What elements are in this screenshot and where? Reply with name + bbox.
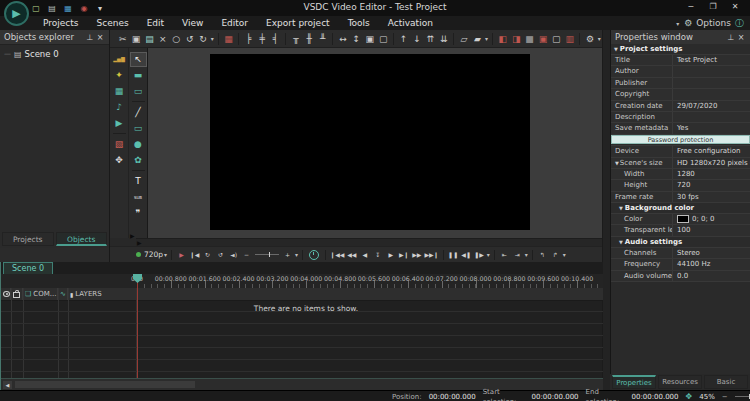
dropdown-caret-icon[interactable]: ▾: [211, 35, 214, 42]
menu-item-tools[interactable]: Tools: [339, 16, 379, 30]
property-row-frequency[interactable]: Frequency44100 Hz: [611, 259, 750, 270]
volume-icon[interactable]: ◄): [227, 248, 240, 262]
move-down-icon[interactable]: ↓: [410, 31, 423, 47]
pause-icon[interactable]: ❚❚: [447, 248, 460, 262]
fit-height-icon[interactable]: ↕: [350, 31, 363, 47]
property-value[interactable]: [673, 66, 750, 76]
step-back-icon[interactable]: ◀❚: [460, 248, 473, 262]
property-value[interactable]: 29/07/2020: [673, 101, 750, 111]
property-row-copyright[interactable]: Copyright: [611, 89, 750, 100]
set-cursor-icon[interactable]: ↧: [371, 248, 384, 262]
cut-out-icon[interactable]: ◨: [509, 31, 522, 47]
dropdown-caret-icon[interactable]: ▾: [487, 251, 490, 258]
property-row-creation-date[interactable]: Creation date29/07/2020: [611, 101, 750, 112]
tab-objects-explorer[interactable]: Objects explorer: [56, 232, 108, 246]
menu-item-activation[interactable]: Activation: [379, 16, 442, 30]
undo-icon[interactable]: ↺: [183, 31, 196, 47]
property-value[interactable]: [673, 89, 750, 99]
color-swatch[interactable]: [677, 215, 689, 223]
pin-icon[interactable]: ⊥: [726, 33, 736, 42]
volume-slider-thumb[interactable]: [269, 252, 270, 257]
options-label[interactable]: Options: [696, 18, 731, 28]
password-protection-button[interactable]: Password protection: [611, 135, 750, 144]
lock-column[interactable]: [11, 288, 23, 300]
property-row-device[interactable]: DeviceFree configuration: [611, 146, 750, 157]
info-icon[interactable]: ⓘ: [735, 17, 744, 30]
add-sprite-icon[interactable]: ▬: [131, 69, 146, 82]
property-row-publisher[interactable]: Publisher: [611, 78, 750, 89]
clock-icon[interactable]: [309, 250, 319, 260]
edit-beats-icon[interactable]: ▥: [563, 31, 576, 47]
align-left-icon[interactable]: ╞: [242, 31, 255, 47]
volume-slider[interactable]: [255, 254, 279, 255]
preview-quality[interactable]: 720p: [144, 250, 163, 259]
property-value[interactable]: [673, 78, 750, 88]
cut-icon[interactable]: ✂: [116, 31, 129, 47]
send-back-icon[interactable]: ⇊: [437, 31, 450, 47]
menu-item-scenes[interactable]: Scenes: [87, 16, 137, 30]
property-row-title[interactable]: TitleTest Project: [611, 55, 750, 66]
dropdown-caret-icon[interactable]: ▾: [598, 35, 601, 42]
bring-front-icon[interactable]: ⇈: [424, 31, 437, 47]
property-value[interactable]: 0.0: [673, 271, 750, 281]
fit-scene-icon[interactable]: ▣: [363, 31, 376, 47]
menu-item-edit[interactable]: Edit: [138, 16, 173, 30]
maximize-button[interactable]: ❐: [702, 0, 724, 14]
loop-icon[interactable]: ↻: [201, 248, 214, 262]
marker-back-icon[interactable]: ↰: [536, 248, 549, 262]
paste-icon[interactable]: ▤: [143, 31, 156, 47]
property-value[interactable]: 44100 Hz: [673, 259, 750, 269]
copy-icon[interactable]: ▣: [129, 31, 142, 47]
next-frame-icon[interactable]: ▶❙: [397, 248, 410, 262]
property-value[interactable]: 0; 0; 0: [673, 214, 750, 224]
group-icon[interactable]: ▱: [457, 31, 470, 47]
tree-item-scene-0[interactable]: — ▤ Scene 0: [0, 45, 109, 59]
menu-item-view[interactable]: View: [173, 16, 212, 30]
property-row-save-metadata[interactable]: Save metadataYes: [611, 123, 750, 134]
menu-item-projects[interactable]: Projects: [34, 16, 87, 30]
add-audio-icon[interactable]: ♪: [112, 101, 127, 114]
property-row-audio-volume-db[interactable]: Audio volume (dB0.0: [611, 271, 750, 282]
timeline-ruler[interactable]: 00000:00.80000:01.60000:02.40000:03.2000…: [1, 274, 603, 289]
original-size-icon[interactable]: ▢: [376, 31, 389, 47]
delete-icon[interactable]: ×: [156, 31, 169, 47]
preview-play-icon[interactable]: ▶: [175, 248, 188, 262]
align-middle-icon[interactable]: ╫: [303, 31, 316, 47]
add-image-icon[interactable]: ▦: [112, 85, 127, 98]
selection-end-icon[interactable]: ⇥: [511, 248, 524, 262]
move-crosshair-icon[interactable]: ✥: [686, 392, 693, 401]
toolbar-expand-icon[interactable]: ▶: [130, 232, 135, 239]
property-value[interactable]: 100: [673, 225, 750, 235]
section-expand-icon[interactable]: ▼: [619, 237, 623, 247]
property-row-frame-rate[interactable]: Frame rate30 fps: [611, 192, 750, 203]
tab-resources[interactable]: Resources ...: [658, 375, 702, 389]
dropdown-caret-icon[interactable]: ▾: [563, 251, 566, 258]
property-value[interactable]: HD 1280x720 pixels (16: [673, 158, 750, 168]
add-movement-icon[interactable]: ✥: [112, 154, 127, 167]
line-tool-icon[interactable]: ╱: [131, 106, 146, 119]
jump-start-icon[interactable]: ❙◀: [188, 248, 201, 262]
minimize-button[interactable]: ─: [680, 0, 702, 14]
menu-item-export-project[interactable]: Export project: [257, 16, 339, 30]
property-row-channels[interactable]: ChannelsStereo: [611, 248, 750, 259]
property-value[interactable]: 1280: [673, 169, 750, 179]
fast-backward-icon[interactable]: ◀◀: [345, 248, 358, 262]
property-value[interactable]: 30 fps: [673, 192, 750, 202]
scroll-arrow-icon[interactable]: ▶: [137, 239, 142, 246]
property-value[interactable]: [673, 112, 750, 122]
deselect-icon[interactable]: ○: [170, 31, 183, 47]
zoom-out-button[interactable]: −: [722, 392, 728, 401]
add-video-icon[interactable]: ▶: [112, 117, 127, 130]
close-icon[interactable]: ×: [736, 33, 746, 42]
step-forward-icon[interactable]: ❚▶: [473, 248, 486, 262]
align-right-icon[interactable]: ╡: [269, 31, 282, 47]
timeline-tab-scene-0[interactable]: Scene 0: [3, 262, 53, 274]
layers-column[interactable]: ▮ LAYERS: [68, 288, 136, 300]
scroll-left-icon[interactable]: ◀: [3, 381, 12, 389]
menu-item-editor[interactable]: Editor: [212, 16, 257, 30]
previous-frame-icon[interactable]: ◀: [358, 248, 371, 262]
property-value[interactable]: Stereo: [673, 248, 750, 258]
volume-caret-icon[interactable]: ▾: [295, 251, 298, 258]
tooltip-tool-icon[interactable]: ❞: [131, 207, 146, 220]
property-row-scene-s-size[interactable]: ▼Scene's sizeHD 1280x720 pixels (16: [611, 158, 750, 169]
